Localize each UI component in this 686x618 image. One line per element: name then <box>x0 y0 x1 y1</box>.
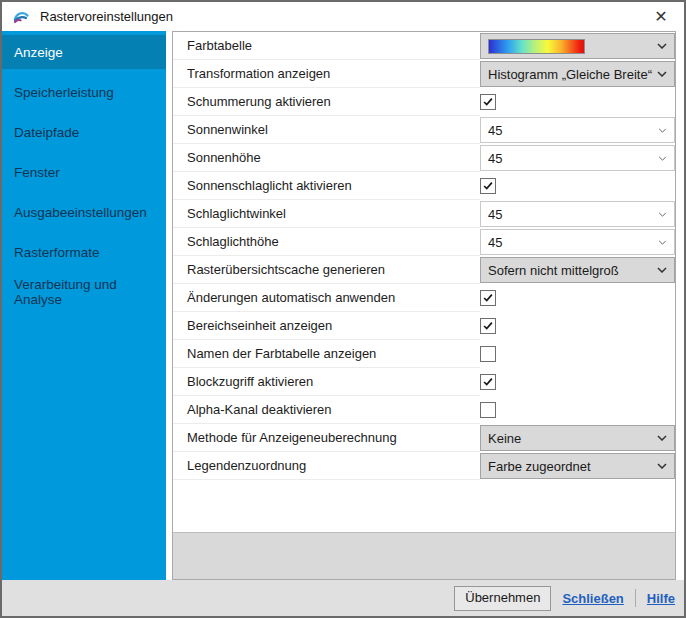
chevron-down-icon <box>658 212 667 217</box>
dropdown-value: 45 <box>488 123 654 138</box>
dropdown-value: Sofern nicht mittelgroß <box>488 263 653 278</box>
setting-control-cell: Farbe zugeordnet <box>480 452 675 480</box>
sidebar-item-label: Dateipfade <box>14 125 79 140</box>
sonnenschlaglicht-aktivieren-checkbox[interactable] <box>480 178 496 194</box>
schlaglichtwinkel-dropdown[interactable]: 45 <box>480 201 675 227</box>
dialog-title: Rastervoreinstellungen <box>40 9 173 24</box>
preferences-dialog: Rastervoreinstellungen ✕ AnzeigeSpeicher… <box>0 0 686 618</box>
checkmark-icon <box>482 376 494 388</box>
sidebar-item-label: Verarbeitung und Analyse <box>14 277 166 307</box>
setting-label: Änderungen automatisch anwenden <box>173 284 480 312</box>
chevron-down-icon <box>657 267 667 273</box>
color-ramp-swatch <box>488 39 585 54</box>
dropdown-value: 45 <box>488 151 654 166</box>
namen-der-farbtabelle-anzeigen-checkbox[interactable] <box>480 346 496 362</box>
settings-row-namen-der-farbtabelle-anzeigen: Namen der Farbtabelle anzeigen <box>173 340 675 368</box>
settings-row-blockzugriff-aktivieren: Blockzugriff aktivieren <box>173 368 675 396</box>
settings-row-methode-fuer-anzeigeneuberechnung: Methode für AnzeigeneuberechnungKeine <box>173 424 675 452</box>
methode-fuer-anzeigeneuberechnung-dropdown[interactable]: Keine <box>480 425 675 451</box>
settings-row-legendenzuordnung: LegendenzuordnungFarbe zugeordnet <box>173 452 675 480</box>
chevron-down-icon <box>658 240 667 245</box>
setting-control-cell <box>480 88 675 116</box>
transformation-anzeigen-dropdown[interactable]: Histogramm „Gleiche Breite“ <box>480 61 675 87</box>
setting-control-cell: 45 <box>480 200 675 228</box>
setting-control-cell <box>480 32 675 60</box>
close-button[interactable]: ✕ <box>638 2 684 31</box>
chevron-down-icon <box>658 128 667 133</box>
chevron-down-icon <box>657 435 667 441</box>
panel-gray-area <box>173 532 675 579</box>
setting-label: Farbtabelle <box>173 32 480 60</box>
setting-label: Schlaglichtwinkel <box>173 200 480 228</box>
setting-control-cell <box>480 172 675 200</box>
titlebar: Rastervoreinstellungen ✕ <box>2 2 684 31</box>
dropdown-value: Farbe zugeordnet <box>488 459 653 474</box>
dropdown-value: Keine <box>488 431 653 446</box>
setting-label: Sonnenwinkel <box>173 116 480 144</box>
setting-control-cell: 45 <box>480 116 675 144</box>
dropdown-value: 45 <box>488 207 654 222</box>
setting-label: Schummerung aktivieren <box>173 88 480 116</box>
setting-control-cell: Histogramm „Gleiche Breite“ <box>480 60 675 88</box>
checkmark-icon <box>482 320 494 332</box>
sonnenwinkel-dropdown[interactable]: 45 <box>480 117 675 143</box>
sidebar-item-label: Rasterformate <box>14 245 100 260</box>
settings-row-rasteruebersichtscache-generieren: Rasterübersichtscache generierenSofern n… <box>173 256 675 284</box>
settings-rows: FarbtabelleTransformation anzeigenHistog… <box>173 32 675 480</box>
sidebar-item-label: Speicherleistung <box>14 85 114 100</box>
sidebar-item-rasterformate[interactable]: Rasterformate <box>2 232 166 272</box>
setting-label: Schlaglichthöhe <box>173 228 480 256</box>
bereichseinheit-anzeigen-checkbox[interactable] <box>480 318 496 334</box>
close-icon: ✕ <box>654 7 667 26</box>
settings-row-sonnenhoehe: Sonnenhöhe45 <box>173 144 675 172</box>
settings-row-transformation-anzeigen: Transformation anzeigenHistogramm „Gleic… <box>173 60 675 88</box>
sidebar: AnzeigeSpeicherleistungDateipfadeFenster… <box>2 31 166 580</box>
farbtabelle-dropdown[interactable] <box>480 33 675 59</box>
legendenzuordnung-dropdown[interactable]: Farbe zugeordnet <box>480 453 675 479</box>
help-link[interactable]: Hilfe <box>647 591 675 606</box>
sidebar-item-ausgabeeinstellungen[interactable]: Ausgabeeinstellungen <box>2 192 166 232</box>
setting-label: Transformation anzeigen <box>173 60 480 88</box>
sidebar-item-verarbeitung-und-analyse[interactable]: Verarbeitung und Analyse <box>2 272 166 312</box>
settings-row-sonnenschlaglicht-aktivieren: Sonnenschlaglicht aktivieren <box>173 172 675 200</box>
setting-label: Sonnenhöhe <box>173 144 480 172</box>
sidebar-item-dateipfade[interactable]: Dateipfade <box>2 112 166 152</box>
checkmark-icon <box>482 292 494 304</box>
settings-row-schlaglichtwinkel: Schlaglichtwinkel45 <box>173 200 675 228</box>
settings-row-sonnenwinkel: Sonnenwinkel45 <box>173 116 675 144</box>
setting-label: Alpha-Kanal deaktivieren <box>173 396 480 424</box>
footer-bar: Übernehmen Schließen Hilfe <box>2 580 684 616</box>
chevron-down-icon <box>658 156 667 161</box>
chevron-down-icon <box>657 71 667 77</box>
dialog-body: AnzeigeSpeicherleistungDateipfadeFenster… <box>2 31 684 580</box>
sidebar-item-anzeige[interactable]: Anzeige <box>2 35 166 69</box>
setting-control-cell: Keine <box>480 424 675 452</box>
setting-control-cell: Sofern nicht mittelgroß <box>480 256 675 284</box>
sidebar-item-fenster[interactable]: Fenster <box>2 152 166 192</box>
apply-button[interactable]: Übernehmen <box>454 586 551 611</box>
schummerung-aktivieren-checkbox[interactable] <box>480 94 496 110</box>
setting-label: Methode für Anzeigeneuberechnung <box>173 424 480 452</box>
setting-label: Blockzugriff aktivieren <box>173 368 480 396</box>
setting-label: Rasterübersichtscache generieren <box>173 256 480 284</box>
setting-control-cell <box>480 340 675 368</box>
settings-row-bereichseinheit-anzeigen: Bereichseinheit anzeigen <box>173 312 675 340</box>
sidebar-item-speicherleistung[interactable]: Speicherleistung <box>2 72 166 112</box>
setting-control-cell <box>480 396 675 424</box>
settings-panel: FarbtabelleTransformation anzeigenHistog… <box>172 31 676 580</box>
sidebar-item-label: Anzeige <box>14 45 63 60</box>
schlaglichthoehe-dropdown[interactable]: 45 <box>480 229 675 255</box>
settings-row-schlaglichthoehe: Schlaglichthöhe45 <box>173 228 675 256</box>
alpha-kanal-deaktivieren-checkbox[interactable] <box>480 402 496 418</box>
settings-row-alpha-kanal-deaktivieren: Alpha-Kanal deaktivieren <box>173 396 675 424</box>
aenderungen-automatisch-anwenden-checkbox[interactable] <box>480 290 496 306</box>
setting-label: Sonnenschlaglicht aktivieren <box>173 172 480 200</box>
blockzugriff-aktivieren-checkbox[interactable] <box>480 374 496 390</box>
chevron-down-icon <box>657 43 667 49</box>
settings-row-schummerung-aktivieren: Schummerung aktivieren <box>173 88 675 116</box>
setting-control-cell: 45 <box>480 144 675 172</box>
sonnenhoehe-dropdown[interactable]: 45 <box>480 145 675 171</box>
close-link[interactable]: Schließen <box>562 591 623 606</box>
rasteruebersichtscache-generieren-dropdown[interactable]: Sofern nicht mittelgroß <box>480 257 675 283</box>
sidebar-item-label: Ausgabeeinstellungen <box>14 205 147 220</box>
